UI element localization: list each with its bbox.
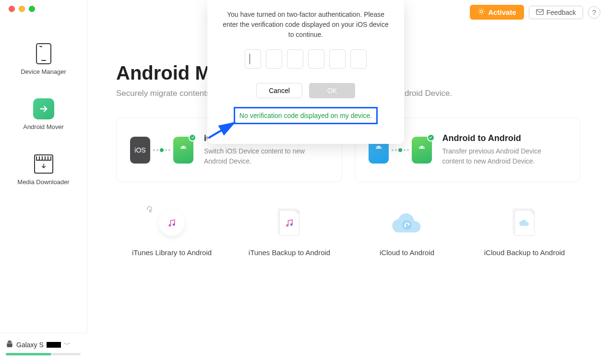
option-label: iTunes Library to Android <box>132 248 212 257</box>
feedback-label: Feedback <box>547 9 576 16</box>
option-label: iCloud to Android <box>380 248 434 257</box>
sun-icon <box>478 8 485 17</box>
sidebar-item-media-downloader[interactable]: Media Downloader <box>0 144 87 199</box>
svg-point-5 <box>184 147 185 148</box>
sidebar: Device Manager Android Mover Media Downl… <box>0 0 87 364</box>
mail-icon <box>536 9 544 16</box>
svg-point-4 <box>181 147 182 148</box>
sidebar-item-label: Android Mover <box>23 123 64 130</box>
phone-icon <box>33 43 54 64</box>
card-title: Android to Android <box>442 133 548 143</box>
ok-button: OK <box>309 83 355 98</box>
svg-point-2 <box>8 341 9 342</box>
option-label: iTunes Backup to Android <box>249 248 330 257</box>
svg-point-11 <box>173 223 175 226</box>
option-icloud-backup[interactable]: iCloud Backup to Android <box>472 204 577 257</box>
music-library-icon: ↻ <box>151 204 193 242</box>
code-digit-4[interactable] <box>308 49 324 69</box>
svg-point-7 <box>380 147 381 148</box>
device-name-prefix: Galaxy S <box>16 341 44 349</box>
arrow-right-icon <box>33 98 54 119</box>
activate-label: Activate <box>488 8 516 16</box>
help-button[interactable]: ? <box>588 6 600 19</box>
storage-progress <box>6 353 81 355</box>
close-window-icon[interactable] <box>9 6 15 12</box>
svg-point-8 <box>420 147 421 148</box>
android-icon <box>6 340 13 349</box>
minimize-window-icon[interactable] <box>19 6 25 12</box>
svg-point-13 <box>290 223 293 226</box>
svg-point-12 <box>286 224 288 227</box>
cloud-sync-icon <box>386 204 428 242</box>
code-input-row <box>220 49 392 69</box>
redacted-text <box>47 342 61 348</box>
cancel-button[interactable]: Cancel <box>256 83 302 98</box>
code-digit-5[interactable] <box>329 49 346 69</box>
option-label: iCloud Backup to Android <box>484 248 565 257</box>
option-itunes-backup[interactable]: iTunes Backup to Android <box>237 204 342 257</box>
svg-point-6 <box>377 147 378 148</box>
top-actions: Activate Feedback ? <box>470 5 600 20</box>
verification-modal: You have turned on two-factor authentica… <box>207 0 404 144</box>
modal-message: You have turned on two-factor authentica… <box>220 10 392 40</box>
code-digit-6[interactable] <box>350 49 367 69</box>
card-desc: Switch iOS Device content to new Android… <box>204 146 310 166</box>
option-itunes-library[interactable]: ↻ iTunes Library to Android <box>119 204 225 257</box>
svg-point-0 <box>480 10 482 12</box>
check-icon <box>189 134 196 141</box>
svg-point-10 <box>168 224 171 227</box>
svg-point-14 <box>402 221 412 230</box>
device-status-bar: Galaxy S ﹀ <box>0 333 87 364</box>
sidebar-item-label: Media Downloader <box>17 178 69 186</box>
activate-button[interactable]: Activate <box>470 5 524 20</box>
transfer-options: ↻ iTunes Library to Android iTu <box>116 204 580 257</box>
cloud-document-icon <box>503 204 546 242</box>
svg-point-3 <box>10 341 11 342</box>
option-icloud[interactable]: iCloud to Android <box>354 204 460 257</box>
zoom-window-icon[interactable] <box>29 6 35 12</box>
code-digit-3[interactable] <box>287 49 303 69</box>
window-controls <box>9 6 35 12</box>
card-desc: Transfer previous Android Device content… <box>442 146 548 166</box>
device-selector[interactable]: Galaxy S ﹀ <box>6 340 82 349</box>
music-document-icon <box>268 204 310 242</box>
chevron-down-icon: ﹀ <box>64 341 71 349</box>
check-icon <box>427 134 435 141</box>
app-window: Activate Feedback ? Device Manager <box>0 0 609 364</box>
no-code-link-highlight: No verification code displayed on my dev… <box>234 107 378 124</box>
download-film-icon <box>33 153 54 175</box>
no-code-link[interactable]: No verification code displayed on my dev… <box>239 112 372 119</box>
svg-rect-1 <box>536 9 543 14</box>
code-digit-2[interactable] <box>266 49 282 69</box>
feedback-button[interactable]: Feedback <box>529 6 583 19</box>
svg-point-9 <box>423 147 424 148</box>
sidebar-item-android-mover[interactable]: Android Mover <box>0 89 87 144</box>
sidebar-item-label: Device Manager <box>21 68 66 75</box>
code-digit-1[interactable] <box>245 49 261 69</box>
ios-to-android-icon: iOS <box>130 137 193 164</box>
sidebar-item-device-manager[interactable]: Device Manager <box>0 34 87 89</box>
